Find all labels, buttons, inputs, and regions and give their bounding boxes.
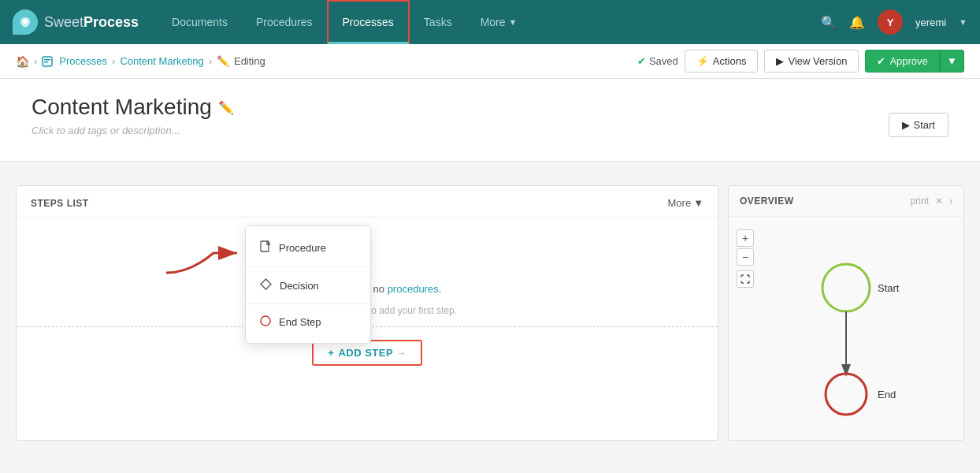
nav-documents[interactable]: Documents bbox=[158, 0, 242, 44]
overview-header-actions: print ✕ › bbox=[911, 196, 952, 207]
svg-text:End: End bbox=[878, 389, 896, 400]
sep3: › bbox=[209, 55, 212, 67]
breadcrumb-content-marketing[interactable]: Content Marketing bbox=[120, 55, 203, 67]
user-dropdown-icon[interactable]: ▼ bbox=[959, 17, 967, 27]
nav-right: 🔍 🔔 Y yeremi ▼ bbox=[821, 9, 967, 35]
overview-header: OVERVIEW print ✕ › bbox=[729, 186, 963, 217]
svg-point-0 bbox=[23, 19, 28, 24]
navbar: SweetProcess Documents Procedures Proces… bbox=[0, 0, 980, 44]
page-title: Content Marketing bbox=[32, 95, 212, 120]
bell-icon[interactable]: 🔔 bbox=[849, 15, 865, 30]
breadcrumb-actions: ✔ Saved ⚡ Actions ▶ View Version ✔ Appro… bbox=[637, 50, 964, 73]
approve-chevron-icon: ▼ bbox=[947, 55, 957, 67]
breadcrumb: 🏠 › Processes › Content Marketing › ✏️ E… bbox=[16, 55, 265, 68]
step-type-dropdown: Procedure Decision bbox=[245, 225, 371, 344]
steps-title: STEPS LIST bbox=[31, 198, 89, 209]
nav-procedures[interactable]: Procedures bbox=[242, 0, 327, 44]
print-button[interactable]: print bbox=[911, 196, 929, 207]
search-icon[interactable]: 🔍 bbox=[821, 15, 837, 30]
svg-point-11 bbox=[826, 374, 867, 415]
procedure-doc-icon bbox=[260, 240, 271, 255]
svg-marker-6 bbox=[261, 279, 271, 289]
more-chevron-icon: ▼ bbox=[509, 17, 518, 27]
dropdown-divider-1 bbox=[246, 266, 370, 267]
steps-more-button[interactable]: More ▼ bbox=[668, 197, 704, 209]
svg-rect-3 bbox=[44, 61, 48, 63]
dropdown-endstep-item[interactable]: End Step bbox=[246, 307, 370, 337]
approve-button[interactable]: ✔ Approve bbox=[865, 50, 939, 73]
svg-point-8 bbox=[822, 264, 870, 311]
svg-point-7 bbox=[261, 316, 270, 326]
overview-title: OVERVIEW bbox=[740, 196, 793, 207]
main-content: Content Marketing ✏️ Click to add tags o… bbox=[0, 79, 980, 473]
title-edit-icon[interactable]: ✏️ bbox=[218, 100, 234, 115]
nav-tasks[interactable]: Tasks bbox=[410, 0, 466, 44]
dropdown-divider-2 bbox=[246, 304, 370, 304]
decision-diamond-icon bbox=[260, 278, 272, 292]
nav-processes[interactable]: Processes bbox=[327, 0, 410, 44]
sep2: › bbox=[112, 55, 115, 67]
title-section: Content Marketing ✏️ Click to add tags o… bbox=[0, 79, 980, 162]
brand-logo[interactable]: SweetProcess bbox=[13, 9, 139, 35]
saved-status: ✔ Saved bbox=[637, 55, 678, 67]
steps-overview-wrapper: STEPS LIST More ▼ bbox=[0, 169, 980, 456]
zoom-in-button[interactable]: + bbox=[737, 229, 754, 247]
svg-text:Start: Start bbox=[878, 282, 900, 294]
chevron-right-icon[interactable]: › bbox=[949, 196, 952, 207]
approve-dropdown-button[interactable]: ▼ bbox=[940, 50, 964, 73]
logo-icon bbox=[13, 9, 38, 35]
breadcrumb-processes[interactable]: Processes bbox=[59, 55, 107, 67]
fullscreen-button[interactable] bbox=[737, 270, 754, 288]
breadcrumb-editing-icon: ✏️ bbox=[217, 55, 229, 67]
avatar[interactable]: Y bbox=[878, 9, 903, 35]
breadcrumb-bar: 🏠 › Processes › Content Marketing › ✏️ E… bbox=[0, 44, 980, 79]
expand-icon[interactable]: ✕ bbox=[935, 196, 943, 207]
steps-more-chevron-icon: ▼ bbox=[693, 197, 703, 209]
steps-body-area: Procedure Decision bbox=[17, 218, 718, 326]
nav-more[interactable]: More ▼ bbox=[466, 0, 532, 44]
approve-button-group: ✔ Approve ▼ bbox=[865, 50, 964, 73]
zoom-controls: + − bbox=[737, 229, 754, 288]
endstep-circle-icon bbox=[260, 315, 271, 329]
approve-check-icon: ✔ bbox=[877, 55, 885, 67]
actions-bolt-icon: ⚡ bbox=[696, 55, 709, 67]
view-version-button[interactable]: ▶ View Version bbox=[764, 50, 859, 73]
overview-panel: OVERVIEW print ✕ › + − bbox=[728, 185, 964, 441]
brand-sweet: Sweet bbox=[44, 14, 84, 30]
home-icon[interactable]: 🏠 bbox=[16, 55, 29, 68]
start-button[interactable]: ▶ Start bbox=[889, 113, 948, 137]
add-step-plus-icon: + bbox=[328, 347, 334, 359]
dropdown-procedure-item[interactable]: Procedure bbox=[246, 233, 370, 263]
overview-body: + − bbox=[729, 217, 963, 440]
view-version-icon: ▶ bbox=[776, 55, 784, 67]
overview-diagram: Start End bbox=[783, 248, 909, 424]
add-step-button[interactable]: + ADD STEP → bbox=[312, 340, 421, 366]
actions-button[interactable]: ⚡ Actions bbox=[685, 50, 759, 73]
saved-check-icon: ✔ bbox=[637, 55, 646, 67]
start-play-icon: ▶ bbox=[902, 119, 910, 131]
dropdown-decision-item[interactable]: Decision bbox=[246, 270, 370, 300]
nav-links: Documents Procedures Processes Tasks Mor… bbox=[158, 0, 821, 44]
steps-panel: STEPS LIST More ▼ bbox=[16, 185, 718, 441]
red-arrow-indicator bbox=[158, 241, 253, 283]
sep1: › bbox=[34, 55, 37, 67]
username-label[interactable]: yeremi bbox=[915, 17, 946, 28]
zoom-out-button[interactable]: − bbox=[737, 248, 754, 266]
brand-process: Process bbox=[84, 14, 139, 30]
steps-header: STEPS LIST More ▼ bbox=[17, 186, 718, 218]
breadcrumb-editing: Editing bbox=[234, 55, 265, 67]
add-step-arrow-icon: → bbox=[397, 348, 406, 358]
processes-icon bbox=[42, 56, 53, 67]
svg-rect-2 bbox=[44, 59, 50, 61]
